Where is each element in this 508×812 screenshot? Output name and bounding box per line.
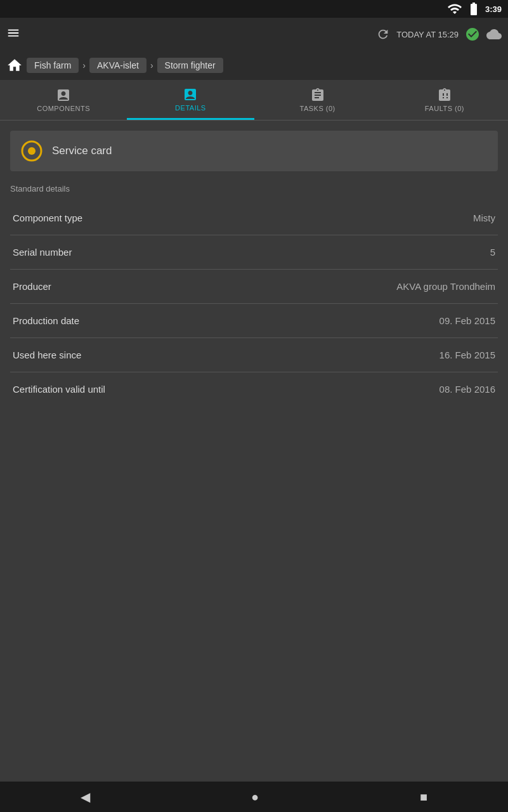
detail-value: 5: [490, 247, 495, 258]
breadcrumb-arrow-1: ›: [82, 60, 86, 70]
refresh-timestamp: TODAY AT 15:29: [396, 30, 459, 39]
detail-label: Production date: [13, 315, 79, 326]
breadcrumb-storm-fighter[interactable]: Storm fighter: [157, 58, 223, 73]
service-card-icon: [20, 140, 43, 162]
detail-label: Used here since: [13, 350, 81, 360]
detail-value: 08. Feb 2016: [440, 384, 495, 395]
main-content: Service card Standard details Component …: [0, 121, 508, 416]
tab-components-label: COMPONENTS: [37, 105, 90, 112]
detail-label: Component type: [13, 213, 82, 223]
detail-label: Certification valid until: [13, 384, 105, 395]
menu-icon[interactable]: [6, 26, 20, 43]
detail-label: Serial number: [13, 247, 72, 258]
detail-label: Producer: [13, 281, 51, 292]
recents-button[interactable]: ■: [420, 790, 427, 804]
home-button[interactable]: ●: [251, 790, 259, 804]
svg-point-1: [28, 147, 36, 155]
time-display: 3:39: [485, 4, 502, 14]
details-table: Component typeMistySerial number5Produce…: [10, 201, 498, 406]
components-icon: [56, 88, 71, 103]
detail-value: Misty: [473, 213, 495, 223]
detail-row: Used here since16. Feb 2015: [10, 338, 498, 372]
detail-value: 16. Feb 2015: [440, 350, 495, 360]
breadcrumb-fish-farm[interactable]: Fish farm: [27, 58, 79, 73]
bottom-nav: ◀ ● ■: [0, 782, 508, 812]
faults-icon: [437, 88, 452, 103]
top-bar: TODAY AT 15:29: [0, 18, 508, 51]
detail-row: Certification valid until08. Feb 2016: [10, 372, 498, 406]
wifi-icon: [447, 1, 462, 16]
status-bar: 3:39: [0, 0, 508, 18]
detail-row: Component typeMisty: [10, 201, 498, 235]
home-icon[interactable]: [6, 57, 23, 74]
refresh-icon[interactable]: [376, 27, 390, 41]
section-title: Standard details: [10, 184, 498, 193]
detail-row: Production date09. Feb 2015: [10, 304, 498, 338]
service-card[interactable]: Service card: [10, 131, 498, 171]
refresh-area: TODAY AT 15:29: [376, 27, 502, 42]
tab-bar: COMPONENTS DETAILS TASKS (0) FAULTS (0): [0, 80, 508, 121]
battery-icon: [466, 1, 481, 16]
tab-tasks[interactable]: TASKS (0): [254, 80, 381, 120]
check-circle-icon: [465, 27, 480, 42]
tab-components[interactable]: COMPONENTS: [0, 80, 127, 120]
detail-value: AKVA group Trondheim: [396, 281, 495, 292]
cloud-icon: [486, 27, 502, 42]
service-card-title: Service card: [52, 145, 112, 157]
details-icon: [183, 87, 198, 102]
detail-value: 09. Feb 2015: [440, 315, 495, 326]
tab-faults-label: FAULTS (0): [425, 105, 464, 112]
tab-tasks-label: TASKS (0): [299, 105, 335, 112]
tab-faults[interactable]: FAULTS (0): [381, 80, 508, 120]
detail-row: ProducerAKVA group Trondheim: [10, 270, 498, 304]
breadcrumb-akva-islet[interactable]: AKVA-islet: [89, 58, 147, 73]
tab-details-label: DETAILS: [175, 104, 206, 112]
status-icons: 3:39: [447, 1, 502, 16]
detail-row: Serial number5: [10, 235, 498, 270]
tasks-icon: [310, 88, 325, 103]
breadcrumb-arrow-2: ›: [150, 60, 153, 70]
back-button[interactable]: ◀: [81, 789, 90, 804]
tab-details[interactable]: DETAILS: [127, 80, 254, 120]
breadcrumb-bar: Fish farm › AKVA-islet › Storm fighter: [0, 51, 508, 80]
